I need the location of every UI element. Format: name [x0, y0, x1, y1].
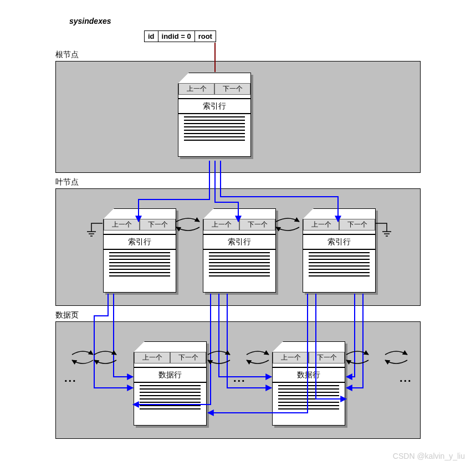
watermark: CSDN @kalvin_y_liu	[393, 452, 465, 460]
leaf-page-1: 上一个下一个 索引行	[103, 208, 176, 293]
page-body-title: 索引行	[203, 234, 275, 250]
data-level-box: 上一个下一个 数据行 上一个下一个 数据行 ··· ··· ···	[55, 321, 421, 439]
nav-next: 下一个	[239, 219, 275, 231]
label-data-level: 数据页	[55, 310, 79, 320]
page-body-title: 索引行	[178, 98, 250, 114]
nav-prev: 上一个	[303, 219, 339, 231]
sys-cell-root: root	[195, 31, 216, 42]
leaf-page-2: 上一个下一个 索引行	[203, 208, 276, 293]
nav-next: 下一个	[170, 352, 206, 363]
root-level-box: 上一个 下一个 索引行	[55, 61, 421, 173]
diagram-title: sysindexes	[69, 17, 111, 25]
label-leaf-level: 叶节点	[55, 177, 79, 187]
sys-cell-id: id	[145, 31, 158, 42]
nav-next: 下一个	[214, 83, 250, 95]
nav-next: 下一个	[339, 219, 375, 231]
ellipsis-left: ···	[64, 375, 77, 387]
ellipsis-right: ···	[400, 375, 412, 387]
leaf-level-box: 上一个下一个 索引行 上一个下一个 索引行 上一个下一个 索引行	[55, 188, 421, 306]
leaf-page-3: 上一个下一个 索引行	[303, 208, 376, 293]
page-body-title: 索引行	[303, 234, 375, 250]
sysindexes-row: id indid = 0 root	[144, 30, 216, 42]
nav-prev: 上一个	[104, 219, 140, 231]
nav-prev: 上一个	[134, 352, 170, 363]
nav-prev: 上一个	[203, 219, 239, 231]
page-body-title: 数据行	[134, 367, 206, 383]
sys-cell-indid: indid = 0	[158, 31, 195, 42]
nav-prev: 上一个	[273, 352, 309, 363]
nav-next: 下一个	[140, 219, 176, 231]
nav-next: 下一个	[309, 352, 345, 363]
data-page-1: 上一个下一个 数据行	[134, 341, 207, 426]
page-body-title: 索引行	[104, 234, 176, 250]
nav-prev: 上一个	[178, 83, 214, 95]
ellipsis-mid: ···	[233, 375, 246, 387]
data-page-2: 上一个下一个 数据行	[272, 341, 345, 426]
page-body-title: 数据行	[273, 367, 345, 383]
label-root-level: 根节点	[55, 50, 79, 60]
root-page: 上一个 下一个 索引行	[178, 73, 251, 157]
